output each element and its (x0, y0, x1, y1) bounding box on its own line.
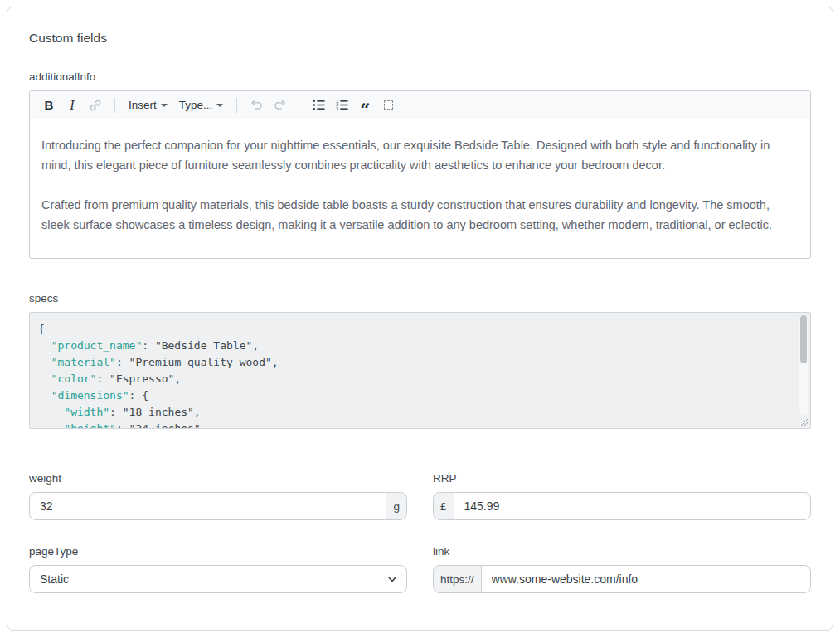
weight-label: weight (29, 472, 407, 485)
code-line: "color": "Espresso", (38, 371, 789, 387)
bullet-list-icon (312, 98, 326, 112)
type-dropdown-label: Type... (179, 99, 213, 111)
numbered-list-icon: 1 2 3 (335, 98, 349, 112)
toolbar-divider (114, 98, 115, 113)
insert-dropdown-label: Insert (129, 99, 157, 111)
embed-block-icon (384, 100, 393, 110)
blockquote-button[interactable]: “ (354, 95, 376, 116)
code-line: "height": "24 inches" (38, 421, 789, 429)
bullet-list-button[interactable] (308, 95, 329, 116)
page-title: Custom fields (29, 31, 811, 46)
link-button[interactable] (85, 95, 106, 116)
code-line: "material": "Premium quality wood", (38, 354, 789, 371)
italic-button[interactable]: I (61, 95, 83, 116)
code-line: "dimensions": { (38, 387, 789, 404)
undo-button[interactable] (245, 95, 267, 116)
scrollbar-track[interactable] (799, 314, 808, 415)
blockquote-icon: “ (360, 97, 370, 114)
specs-label: specs (29, 292, 811, 304)
chevron-down-icon (161, 104, 168, 107)
page-type-select[interactable]: Static (29, 565, 407, 593)
svg-text:3: 3 (336, 106, 338, 111)
code-line: { (38, 321, 789, 338)
undo-icon (250, 98, 264, 112)
scrollbar-thumb[interactable] (800, 315, 807, 363)
link-label: link (433, 545, 811, 558)
custom-fields-card: Custom fields additionalInfo B I Insert (7, 7, 833, 631)
rrp-label: RRP (433, 472, 811, 485)
weight-unit-suffix: g (386, 493, 406, 519)
rich-text-editor: B I Insert Type... (29, 90, 811, 259)
editor-paragraph: Introducing the perfect companion for yo… (41, 135, 799, 175)
rte-toolbar: B I Insert Type... (30, 91, 810, 119)
link-input[interactable] (482, 566, 810, 592)
chevron-down-icon (216, 104, 223, 107)
additional-info-label: additionalInfo (29, 71, 811, 83)
specs-code: { "product_name": "Bedside Table", "mate… (38, 321, 789, 429)
editor-paragraph: Crafted from premium quality materials, … (41, 195, 799, 235)
toolbar-divider (236, 98, 237, 113)
rrp-input[interactable] (454, 493, 810, 519)
type-dropdown[interactable]: Type... (174, 95, 229, 116)
code-line: "product_name": "Bedside Table", (38, 338, 789, 354)
resize-handle-icon[interactable] (799, 416, 808, 426)
editor-content[interactable]: Introducing the perfect companion for yo… (30, 119, 810, 258)
bold-button[interactable]: B (38, 95, 60, 116)
protocol-prefix: https:// (434, 566, 482, 592)
weight-field-group: weight g (29, 472, 407, 520)
page-type-field-group: pageType Static (29, 545, 407, 593)
link-icon (89, 99, 102, 112)
numbered-list-button[interactable]: 1 2 3 (331, 95, 352, 116)
rrp-field-group: RRP £ (433, 472, 811, 520)
link-field-group: link https:// (433, 545, 811, 593)
redo-icon (273, 98, 287, 112)
toolbar-divider (299, 98, 299, 113)
page-type-label: pageType (29, 545, 407, 558)
currency-prefix: £ (434, 493, 454, 519)
redo-button[interactable] (269, 95, 290, 116)
code-line: "width": "18 inches", (38, 404, 789, 421)
weight-input[interactable] (30, 493, 386, 519)
insert-dropdown[interactable]: Insert (124, 95, 172, 116)
specs-code-editor[interactable]: { "product_name": "Bedside Table", "mate… (29, 312, 811, 429)
embed-block-button[interactable] (377, 95, 399, 116)
